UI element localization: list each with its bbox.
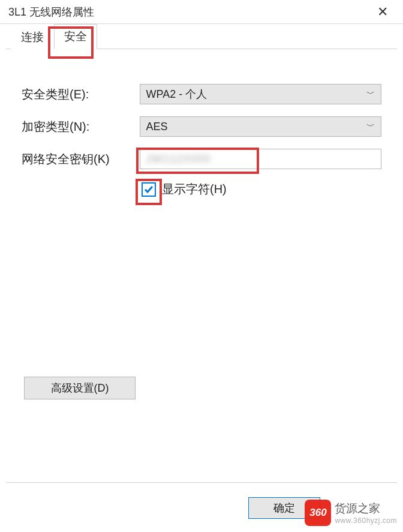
check-icon: [143, 184, 154, 195]
advanced-settings-button[interactable]: 高级设置(D): [24, 377, 136, 399]
show-characters-checkbox[interactable]: [142, 182, 156, 197]
close-icon[interactable]: ✕: [371, 0, 395, 24]
select-encryption-type[interactable]: AES ﹀: [140, 116, 381, 137]
content-area: 安全类型(E): WPA2 - 个人 ﹀ 加密类型(N): AES ﹀ 网络安全…: [0, 49, 403, 197]
tab-connection[interactable]: 连接: [11, 24, 54, 49]
row-encryption-type: 加密类型(N): AES ﹀: [22, 116, 381, 137]
chevron-down-icon: ﹀: [366, 89, 375, 100]
label-network-key: 网络安全密钥(K): [22, 151, 140, 167]
network-key-input[interactable]: [146, 153, 375, 166]
select-security-type[interactable]: WPA2 - 个人 ﹀: [140, 84, 381, 104]
watermark-cn: 货源之家: [335, 501, 380, 516]
chevron-down-icon: ﹀: [366, 121, 375, 132]
row-show-characters: 显示字符(H): [142, 181, 381, 197]
label-security-type: 安全类型(E):: [22, 86, 140, 103]
watermark-badge: 360: [305, 500, 331, 526]
row-security-type: 安全类型(E): WPA2 - 个人 ﹀: [22, 84, 381, 104]
watermark-url: www.360hyzj.com: [335, 516, 397, 525]
select-security-type-value: WPA2 - 个人: [146, 87, 207, 101]
titlebar: 3L1 无线网络属性 ✕: [0, 0, 403, 24]
window-title: 3L1 无线网络属性: [8, 5, 371, 19]
watermark-text: 货源之家 www.360hyzj.com: [335, 501, 397, 525]
network-key-field-wrap[interactable]: [140, 149, 381, 169]
watermark: 360 货源之家 www.360hyzj.com: [305, 500, 397, 526]
label-encryption-type: 加密类型(N):: [22, 119, 140, 135]
tab-security[interactable]: 安全: [54, 24, 97, 49]
label-show-characters: 显示字符(H): [162, 181, 227, 197]
tabs: 连接 安全: [0, 24, 403, 49]
row-network-key: 网络安全密钥(K): [22, 149, 381, 169]
select-encryption-type-value: AES: [146, 121, 168, 133]
footer-separator: [6, 482, 397, 483]
